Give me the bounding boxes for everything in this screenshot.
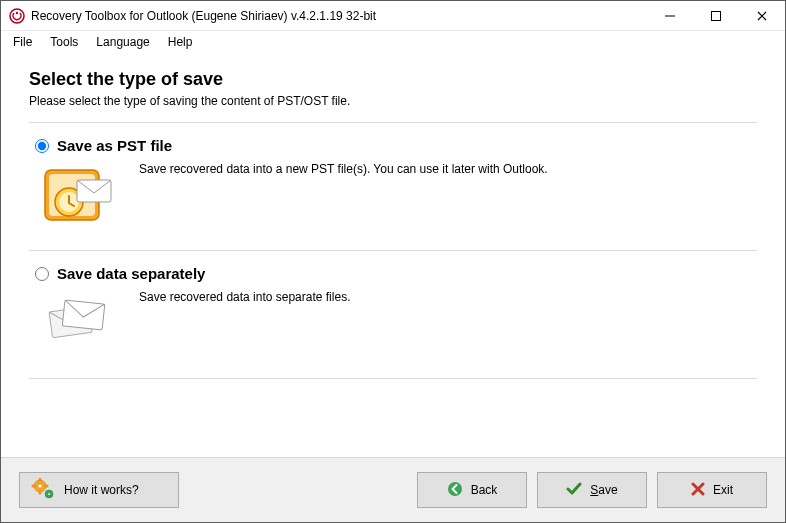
option-save-separately-head[interactable]: Save data separately	[35, 265, 751, 282]
close-button[interactable]	[739, 1, 785, 31]
svg-rect-3	[712, 11, 721, 20]
svg-point-0	[10, 9, 24, 23]
window-title: Recovery Toolbox for Outlook (Eugene Shi…	[31, 9, 376, 23]
minimize-button[interactable]	[647, 1, 693, 31]
titlebar: Recovery Toolbox for Outlook (Eugene Shi…	[1, 1, 785, 31]
radio-save-as-pst[interactable]	[35, 139, 49, 153]
option-save-as-pst-desc: Save recovered data into a new PST file(…	[139, 160, 548, 176]
svg-rect-13	[39, 478, 41, 481]
back-button[interactable]: Back	[417, 472, 527, 508]
app-icon	[9, 8, 25, 24]
option-save-separately: Save data separately Save recovered data…	[29, 251, 757, 379]
svg-point-19	[448, 482, 462, 496]
save-label: Save	[590, 483, 617, 497]
option-save-separately-desc: Save recovered data into separate files.	[139, 288, 350, 304]
option-save-as-pst-label: Save as PST file	[57, 137, 172, 154]
exit-label: Exit	[713, 483, 733, 497]
content-area: Select the type of save Please select th…	[1, 53, 785, 457]
svg-rect-2	[665, 15, 675, 16]
menu-file[interactable]: File	[5, 33, 40, 51]
save-button[interactable]: Save	[537, 472, 647, 508]
menu-language[interactable]: Language	[88, 33, 157, 51]
exit-x-icon	[691, 482, 705, 499]
footer: How it works? Back Save Exit	[1, 457, 785, 522]
svg-rect-10	[62, 300, 104, 330]
how-it-works-button[interactable]: How it works?	[19, 472, 179, 508]
option-save-separately-label: Save data separately	[57, 265, 205, 282]
menu-tools[interactable]: Tools	[42, 33, 86, 51]
option-save-as-pst: Save as PST file Save recovered data int…	[29, 122, 757, 251]
back-arrow-icon	[447, 481, 463, 500]
check-icon	[566, 481, 582, 500]
pst-file-icon	[39, 160, 119, 230]
svg-rect-14	[39, 491, 41, 494]
page-title: Select the type of save	[29, 69, 757, 90]
svg-point-1	[16, 11, 18, 13]
option-save-as-pst-head[interactable]: Save as PST file	[35, 137, 751, 154]
separate-files-icon	[39, 288, 119, 358]
gears-icon	[30, 478, 56, 503]
back-label: Back	[471, 483, 498, 497]
svg-point-12	[38, 484, 42, 488]
menubar: File Tools Language Help	[1, 31, 785, 53]
menu-help[interactable]: Help	[160, 33, 201, 51]
how-it-works-label: How it works?	[64, 483, 139, 497]
page-subtitle: Please select the type of saving the con…	[29, 94, 757, 108]
maximize-button[interactable]	[693, 1, 739, 31]
radio-save-separately[interactable]	[35, 267, 49, 281]
svg-point-18	[48, 492, 51, 495]
exit-button[interactable]: Exit	[657, 472, 767, 508]
svg-rect-15	[32, 485, 35, 487]
svg-rect-16	[45, 485, 48, 487]
